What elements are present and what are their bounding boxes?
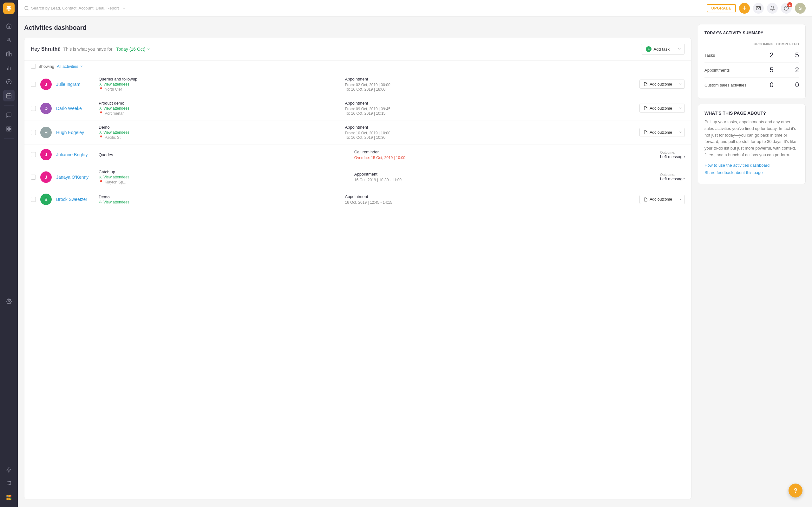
activity-list: JJulie IngramQueries and followup View a… <box>24 72 691 210</box>
outcome-display: Outcome:Left message <box>660 151 685 159</box>
add-outcome-button[interactable]: Add outcome <box>640 195 685 204</box>
add-outcome-dropdown-button[interactable] <box>676 80 684 89</box>
add-outcome-button[interactable]: Add outcome <box>640 128 685 137</box>
how-to-link[interactable]: How to use the activities dashboard <box>705 163 799 168</box>
summary-tbody: Tasks 2 5 Appointments 5 2 Custom sales … <box>705 48 799 92</box>
about-card: WHAT'S THIS PAGE ABOUT? Pull up your tas… <box>698 104 806 184</box>
add-button[interactable]: + <box>739 3 750 14</box>
notification-button[interactable]: 1 <box>781 3 792 14</box>
summary-row-label: Custom sales activities <box>705 78 751 93</box>
upgrade-button[interactable]: UPGRADE <box>707 4 736 12</box>
view-attendees-link[interactable]: View attendees <box>99 130 340 135</box>
add-task-button[interactable]: + Add task <box>641 44 685 55</box>
svg-rect-1 <box>7 53 8 56</box>
summary-row-upcoming: 2 <box>751 48 774 63</box>
contact-avatar: H <box>40 127 52 138</box>
add-outcome-main-button[interactable]: Add outcome <box>640 104 676 112</box>
svg-point-32 <box>100 107 101 108</box>
app-logo[interactable] <box>3 3 14 14</box>
sidebar-item-contacts[interactable] <box>3 34 14 46</box>
date-filter[interactable]: Today (16 Oct) <box>116 47 151 52</box>
contact-name[interactable]: Julie Ingram <box>56 82 94 87</box>
row-checkbox[interactable] <box>31 82 36 87</box>
add-outcome-button[interactable]: Add outcome <box>640 104 685 113</box>
view-attendees-link[interactable]: View attendees <box>99 82 340 87</box>
sidebar-item-deals[interactable] <box>3 76 14 88</box>
appointment-date-line1: From: 10 Oct, 2019 | 10:00 <box>345 131 635 135</box>
sidebar-item-lightning[interactable] <box>3 464 14 475</box>
add-task-dropdown-button[interactable] <box>674 45 684 54</box>
activity-info: Queries <box>99 153 350 157</box>
add-outcome-dropdown-button[interactable] <box>676 195 684 204</box>
svg-rect-3 <box>10 54 11 56</box>
greeting-sub: This is what you have for <box>63 47 113 52</box>
svg-rect-22 <box>9 495 11 497</box>
user-avatar[interactable]: S <box>795 3 806 14</box>
activity-location: 📍 Port mertan <box>99 111 340 116</box>
svg-point-25 <box>25 6 28 10</box>
activity-info: Queries and followup View attendees📍 Nor… <box>99 77 340 92</box>
search-bar[interactable]: Search by Lead, Contact, Account, Deal, … <box>24 6 145 11</box>
bell-button[interactable] <box>767 3 778 14</box>
feedback-link[interactable]: Share feedback about this page <box>705 170 799 175</box>
sidebar-divider-2 <box>4 138 14 139</box>
add-outcome-main-button[interactable]: Add outcome <box>640 128 676 136</box>
summary-row-label: Tasks <box>705 48 751 63</box>
contact-name[interactable]: Dario Weeke <box>56 106 94 111</box>
table-row: HHugh EdgeleyDemo View attendees📍 Pacifi… <box>24 120 691 145</box>
row-checkbox[interactable] <box>31 175 36 180</box>
row-checkbox[interactable] <box>31 106 36 111</box>
outcome-label: Outcome: <box>660 151 685 154</box>
svg-marker-19 <box>7 467 11 472</box>
mail-button[interactable] <box>753 3 764 14</box>
svg-rect-10 <box>7 94 11 98</box>
svg-point-33 <box>100 131 101 132</box>
view-attendees-link[interactable]: View attendees <box>99 106 340 111</box>
contact-name[interactable]: Hugh Edgeley <box>56 130 94 135</box>
svg-rect-15 <box>9 127 11 128</box>
sidebar-item-grid[interactable] <box>3 492 14 503</box>
row-checkbox[interactable] <box>31 130 36 135</box>
add-outcome-button[interactable]: Add outcome <box>640 79 685 89</box>
activity-title: Queries and followup <box>99 77 340 81</box>
sidebar-item-settings[interactable] <box>3 296 14 307</box>
contact-name[interactable]: Julianne Brighty <box>56 152 94 157</box>
appointment-date-line1: From: 09 Oct, 2019 | 09:45 <box>345 107 635 111</box>
svg-point-18 <box>8 301 10 302</box>
appointment-type: Call reminder <box>354 150 656 154</box>
contact-name[interactable]: Janaya O'Kenny <box>56 175 94 180</box>
svg-point-31 <box>100 83 101 84</box>
svg-point-35 <box>100 201 101 202</box>
left-panel: Activities dashboard Hey Shruthi! This i… <box>24 24 692 499</box>
activity-filter-dropdown[interactable]: All activities <box>57 64 84 69</box>
activity-title: Demo <box>99 194 340 199</box>
row-checkbox[interactable] <box>31 152 36 157</box>
contact-name[interactable]: Brock Sweetzer <box>56 197 94 202</box>
sidebar-item-home[interactable] <box>3 20 14 32</box>
filter-label: All activities <box>57 64 78 69</box>
sidebar-item-messages[interactable] <box>3 109 14 121</box>
add-task-main-button[interactable]: + Add task <box>641 44 674 54</box>
appointment-info: AppointmentFrom: 02 Oct, 2019 | 00:00To:… <box>345 77 635 92</box>
view-attendees-link[interactable]: View attendees <box>99 200 340 205</box>
activities-card: Hey Shruthi! This is what you have for T… <box>24 38 692 499</box>
appointment-type: Appointment <box>345 77 635 81</box>
activity-title: Catch up <box>99 170 350 174</box>
sidebar-item-organizations[interactable] <box>3 48 14 60</box>
select-all-checkbox[interactable] <box>31 64 36 69</box>
help-button[interactable]: ? <box>789 484 803 498</box>
sidebar-item-analytics[interactable] <box>3 62 14 73</box>
sidebar-item-apps[interactable] <box>3 123 14 135</box>
view-attendees-link[interactable]: View attendees <box>99 175 350 179</box>
add-outcome-dropdown-button[interactable] <box>676 128 684 136</box>
add-outcome-dropdown-button[interactable] <box>676 104 684 112</box>
add-outcome-main-button[interactable]: Add outcome <box>640 195 676 204</box>
summary-row-completed: 5 <box>774 48 799 63</box>
sidebar-item-flag[interactable] <box>3 478 14 489</box>
content-area: Activities dashboard Hey Shruthi! This i… <box>18 16 812 507</box>
activity-info: Product demo View attendees📍 Port mertan <box>99 101 340 116</box>
sidebar-item-activities[interactable] <box>3 90 14 101</box>
activity-location: 📍 Pacific St <box>99 135 340 140</box>
add-outcome-main-button[interactable]: Add outcome <box>640 80 676 89</box>
row-checkbox[interactable] <box>31 197 36 202</box>
